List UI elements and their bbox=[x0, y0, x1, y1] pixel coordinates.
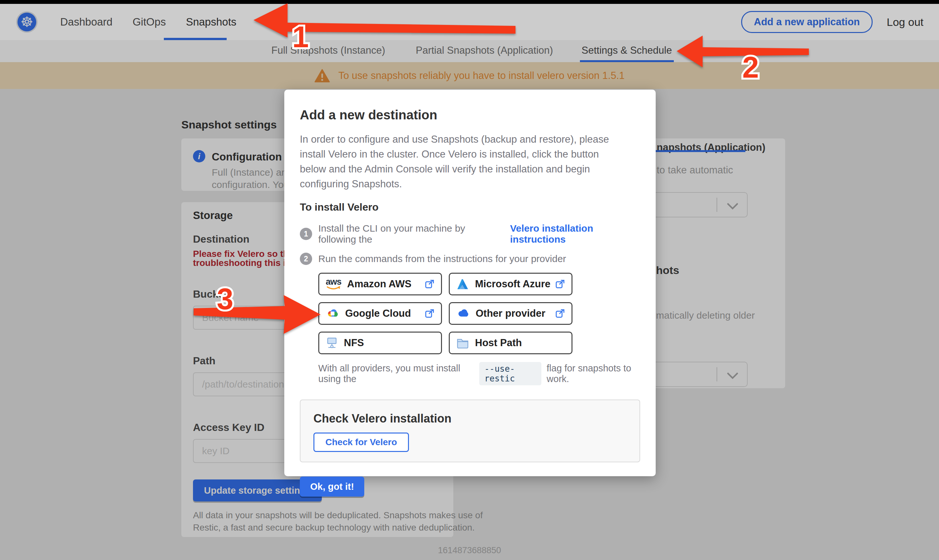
provider-microsoft-azure-button[interactable]: Microsoft Azure bbox=[449, 273, 572, 295]
restic-flag-code: --use-restic bbox=[479, 362, 541, 385]
cloud-icon bbox=[456, 308, 470, 318]
provider-label: Other provider bbox=[476, 308, 545, 319]
step-1-badge: 1 bbox=[300, 228, 312, 240]
restic-note-post: flag for snapshots to work. bbox=[547, 363, 640, 384]
check-velero-section: Check Velero installation Check for Vele… bbox=[300, 400, 640, 462]
step-1-text: Install the CLI on your machine by follo… bbox=[318, 223, 506, 245]
install-step-1: 1 Install the CLI on your machine by fol… bbox=[300, 223, 640, 245]
restic-note: With all providers, you must install usi… bbox=[318, 362, 640, 385]
provider-label: Google Cloud bbox=[345, 308, 411, 319]
check-for-velero-button[interactable]: Check for Velero bbox=[313, 432, 409, 452]
provider-other-button[interactable]: Other provider bbox=[449, 302, 572, 325]
modal-body-text: In order to configure and use Snapshots … bbox=[300, 132, 627, 192]
folder-icon bbox=[456, 337, 469, 348]
provider-nfs-button[interactable]: NFS bbox=[318, 332, 442, 354]
provider-label: Amazon AWS bbox=[347, 278, 412, 290]
provider-google-cloud-button[interactable]: Google Cloud bbox=[318, 302, 442, 325]
external-link-icon bbox=[425, 279, 435, 289]
restic-note-pre: With all providers, you must install usi… bbox=[318, 363, 474, 384]
provider-amazon-aws-button[interactable]: aws Amazon AWS bbox=[318, 273, 442, 295]
add-destination-modal: Add a new destination In order to config… bbox=[284, 89, 656, 476]
provider-grid: aws Amazon AWS Microsoft Azure bbox=[318, 273, 640, 354]
provider-label: Host Path bbox=[475, 337, 522, 349]
check-velero-heading: Check Velero installation bbox=[313, 412, 626, 425]
velero-instructions-link[interactable]: Velero installation instructions bbox=[510, 223, 640, 245]
provider-label: Microsoft Azure bbox=[475, 278, 550, 290]
google-cloud-icon bbox=[326, 308, 339, 319]
step-2-badge: 2 bbox=[300, 253, 312, 265]
install-step-2: 2 Run the commands from the instructions… bbox=[300, 253, 640, 265]
modal-title: Add a new destination bbox=[300, 108, 640, 122]
azure-icon bbox=[456, 278, 469, 290]
nfs-icon bbox=[326, 337, 338, 349]
external-link-icon bbox=[425, 309, 435, 318]
step-2-text: Run the commands from the instructions f… bbox=[318, 253, 566, 264]
external-link-icon bbox=[555, 309, 565, 318]
ok-got-it-button[interactable]: Ok, got it! bbox=[300, 477, 364, 497]
external-link-icon bbox=[555, 279, 565, 289]
install-velero-heading: To install Velero bbox=[300, 201, 640, 213]
aws-icon: aws bbox=[326, 278, 341, 291]
provider-host-path-button[interactable]: Host Path bbox=[449, 332, 572, 354]
provider-label: NFS bbox=[344, 337, 364, 349]
